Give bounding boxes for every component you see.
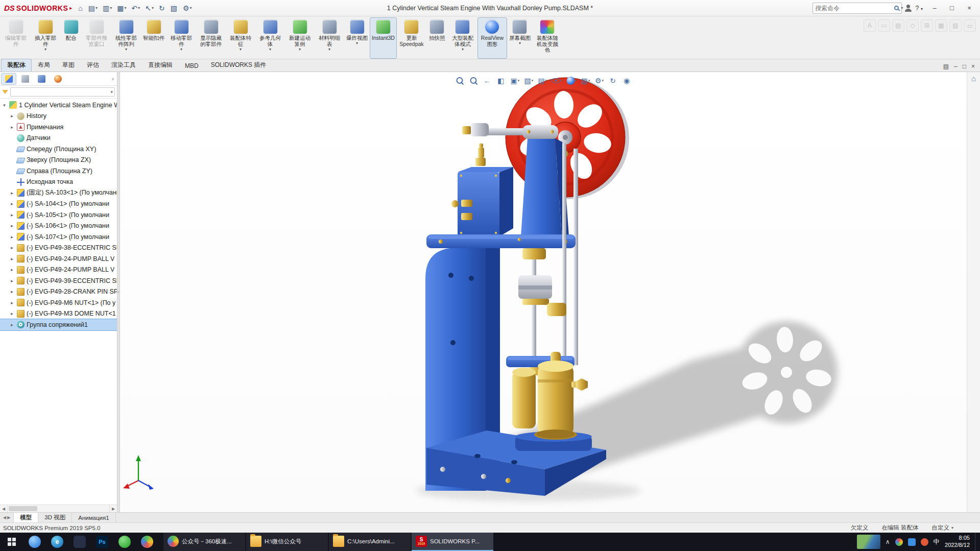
document-tab[interactable]: 模型: [14, 513, 38, 522]
document-tab[interactable]: 3D 视图: [38, 513, 72, 522]
ribbon-button[interactable]: 移动零部件 ▾: [166, 17, 196, 59]
document-tab[interactable]: Анимация1: [72, 513, 115, 522]
scrollbar-thumb[interactable]: [9, 506, 37, 511]
ribbon-button[interactable]: 装配体特征 ▾: [226, 17, 255, 59]
ribbon-button[interactable]: 配合: [60, 17, 82, 59]
ime-indicator[interactable]: 中: [934, 538, 940, 546]
ribbon-button[interactable]: 爆炸视图 ▾: [344, 17, 370, 59]
tree-expander-icon[interactable]: ▸: [9, 322, 15, 327]
taskbar-window-button[interactable]: S 2019 SOLIDWORKS P...: [412, 533, 493, 551]
help-icon[interactable]: ? ▾: [915, 4, 923, 12]
document-window-control-icon[interactable]: ‒: [954, 63, 958, 70]
hud-tool-icon[interactable]: ▣ ▾: [510, 75, 520, 86]
taskbar-window-button[interactable]: 公众号－360极速...: [163, 533, 245, 551]
tree-expander-icon[interactable]: ▾: [2, 103, 7, 108]
tree-item[interactable]: ▸ (-) EVG-P49-24-PUMP BALL V: [0, 253, 117, 265]
tree-item[interactable]: Справа (Площина ZY): [0, 165, 117, 177]
tree-item[interactable]: ▸ (-) EVG-P49-M3 DOME NUT<1: [0, 308, 117, 320]
tree-item[interactable]: ▸ (-) SA-105<1> (По умолчани: [0, 209, 117, 221]
top-platform[interactable]: [426, 234, 576, 248]
tree-item[interactable]: Датчики: [0, 133, 117, 144]
ribbon-button[interactable]: 零部件预览窗口: [82, 17, 111, 59]
command-tab[interactable]: MBD: [179, 60, 205, 71]
ribbon-button[interactable]: 参考几何体 ▾: [255, 17, 285, 59]
window-close-button[interactable]: ×: [961, 2, 978, 15]
hud-tool-icon[interactable]: ⚙ ▾: [594, 75, 605, 86]
ribbon-button[interactable]: 编辑零部件: [1, 17, 31, 59]
tree-expander-icon[interactable]: ▸: [9, 245, 15, 250]
quick-toolbar-icon[interactable]: ▥ ▾: [101, 3, 114, 13]
quick-toolbar-icon[interactable]: ⚙ ▾: [181, 3, 194, 13]
tree-expander-icon[interactable]: ▸: [9, 311, 15, 316]
document-window-control-icon[interactable]: ×: [971, 63, 975, 70]
command-tab[interactable]: 装配体: [1, 59, 32, 71]
tree-expander-icon[interactable]: ▸: [9, 234, 15, 239]
tree-item[interactable]: ▸ (-) SA-107<1> (По умолчани: [0, 231, 117, 243]
hud-tool-icon[interactable]: ←: [482, 75, 492, 86]
command-tab[interactable]: 草图: [56, 59, 81, 71]
tree-expander-icon[interactable]: ▸: [9, 190, 15, 196]
quick-toolbar-icon[interactable]: ▦ ▾: [115, 3, 128, 13]
ribbon-button[interactable]: 大型装配体模式 ▾: [448, 17, 477, 59]
tree-item[interactable]: ▸ (固定) SA-103<1> (По умолчани: [0, 187, 117, 199]
tree-expander-icon[interactable]: ▸: [9, 278, 15, 283]
pinned-app-button[interactable]: [136, 533, 158, 551]
search-dropdown-icon[interactable]: ▾: [901, 6, 903, 10]
quick-toolbar-icon[interactable]: ⌂: [76, 3, 85, 13]
tray-app-icon[interactable]: [908, 538, 916, 546]
tree-item[interactable]: ▸ (-) EVG-P49-M6 NUT<1> (По у: [0, 297, 117, 308]
tree-item[interactable]: ▾ 1 Cylinder Vertical Steam Engine W: [0, 100, 117, 111]
quick-toolbar-icon[interactable]: ↶ ▾: [130, 3, 142, 13]
hud-tool-icon[interactable]: ▧ ▾: [523, 75, 534, 86]
search-icon[interactable]: [894, 6, 899, 10]
tab-feature-manager[interactable]: [1, 73, 16, 85]
panel-flyout-chevron-icon[interactable]: ›: [112, 76, 116, 82]
system-clock[interactable]: 8:05 2022/8/12: [945, 535, 970, 549]
search-input[interactable]: [815, 5, 894, 12]
tree-item[interactable]: ▸ (-) EVG-P49-38-ECCENTRIC SLI: [0, 243, 117, 254]
tree-item[interactable]: ▸ (-) EVG-P49-39-ECCENTRIC SP: [0, 275, 117, 286]
flywheel[interactable]: [506, 78, 629, 199]
tree-item[interactable]: Зверху (Площина ZX): [0, 155, 117, 166]
tree-item[interactable]: ▸ Примечания: [0, 122, 117, 133]
ribbon-button[interactable]: 材料明细表 ▾: [315, 17, 344, 59]
taskbar-window-button[interactable]: H:\微信公众号: [246, 533, 328, 551]
quick-toolbar-icon[interactable]: ▤ ▾: [86, 3, 100, 13]
pinned-app-button[interactable]: [113, 533, 136, 551]
command-tab[interactable]: SOLIDWORKS 插件: [205, 59, 273, 71]
hud-tool-icon[interactable]: ◧: [496, 75, 506, 86]
tree-item[interactable]: ▸ Группа сопряжений1: [0, 319, 117, 330]
tree-item[interactable]: ▸ History: [0, 111, 117, 122]
ribbon-button[interactable]: 装配体随机改变颜色: [533, 17, 562, 59]
ribbon-button[interactable]: 拍快照: [426, 17, 448, 59]
tree-item[interactable]: ▸ (-) EVG-P49-24-PUMP BALL V: [0, 265, 117, 276]
command-search[interactable]: ▾: [812, 3, 902, 14]
hud-tool-icon[interactable]: [455, 75, 465, 86]
graphics-viewport[interactable]: ← ◧ ▣ ▾ ▧ ▾: [120, 72, 967, 512]
ribbon-button[interactable]: 显示隐藏的零部件: [196, 17, 226, 59]
ribbon-button[interactable]: 更新 Speedpak: [397, 17, 426, 59]
tab-property-manager[interactable]: [17, 73, 33, 85]
ribbon-button[interactable]: 智能扣件: [141, 17, 166, 59]
tree-expander-icon[interactable]: ▸: [9, 223, 15, 228]
pinned-app-button[interactable]: [23, 533, 46, 551]
ribbon-button[interactable]: RealView图形: [477, 17, 507, 59]
hud-tool-icon[interactable]: ↻: [608, 75, 618, 86]
tree-expander-icon[interactable]: ▸: [9, 125, 15, 130]
start-button[interactable]: [0, 533, 23, 551]
steam-chest[interactable]: [451, 143, 513, 236]
scroll-left-icon[interactable]: ◀: [0, 505, 8, 512]
document-window-control-icon[interactable]: □: [963, 63, 966, 70]
window-minimize-button[interactable]: ‒: [926, 2, 943, 15]
tree-expander-icon[interactable]: ▸: [9, 289, 15, 294]
window-restore-button[interactable]: □: [943, 2, 961, 15]
hidden-icons-chevron-icon[interactable]: ∧: [886, 538, 890, 545]
tree-item[interactable]: ▸ (-) EVG-P49-28-CRANK PIN SP: [0, 286, 117, 298]
ribbon-button[interactable]: 线性零部件阵列 ▾: [111, 17, 141, 59]
tab-scroll-right-icon[interactable]: ▶: [7, 515, 10, 520]
hud-tool-icon[interactable]: [468, 75, 479, 86]
hud-tool-icon[interactable]: ◉: [622, 75, 632, 86]
command-tab[interactable]: 直接编辑: [142, 59, 179, 71]
quick-toolbar-icon[interactable]: ▧: [169, 3, 180, 13]
tree-filter-input[interactable]: ▾: [10, 87, 115, 97]
